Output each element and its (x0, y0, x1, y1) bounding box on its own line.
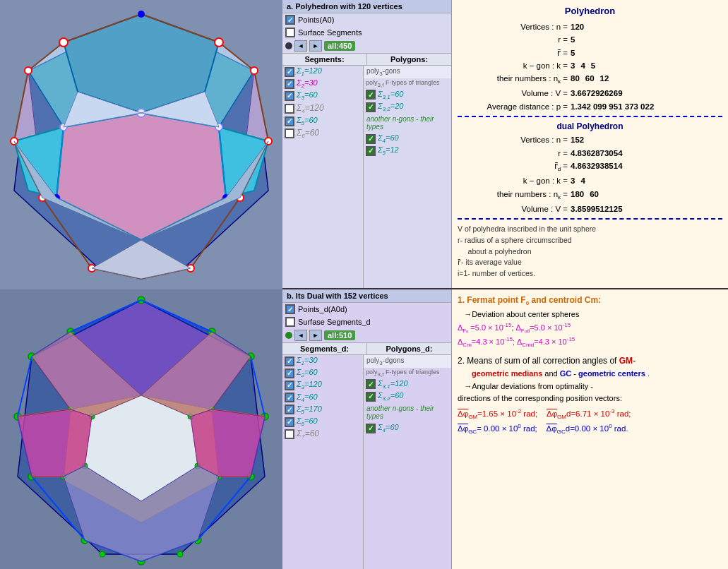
arrow-deviation: →Deviation about center spheres (458, 309, 722, 321)
nav-prev-bottom[interactable]: ◄ (294, 330, 307, 341)
bottom-seg-5-checkbox[interactable] (285, 405, 294, 414)
seg-5-label: Σ5=60 (297, 116, 318, 126)
bottom-points-checkbox[interactable] (285, 304, 295, 314)
top-control-panel: a. Polyhedron with 120 vertices Points(A… (282, 0, 452, 288)
avg-dist-value: 1.342 099 951 373 022 (571, 100, 654, 113)
bottom-surface-checkbox[interactable] (285, 317, 295, 327)
gc-centers-label: geometric centers (578, 369, 645, 378)
dashed-line-1 (458, 116, 722, 117)
points-checkbox[interactable] (285, 15, 295, 25)
seg-2-checkbox[interactable] (285, 79, 294, 89)
bottom-poly-tri-1: Σ3,1=120 (364, 378, 451, 390)
svg-point-37 (138, 11, 145, 18)
bottom-poly-tri-1-label: Σ3,1=120 (378, 379, 408, 390)
seg-6-label: Σ6=60 (297, 128, 319, 139)
nav-next[interactable]: ► (309, 40, 322, 52)
poly-tri-1: Σ3,1=60 (364, 89, 451, 101)
bottom-seg-2-checkbox[interactable] (285, 369, 294, 378)
poly-another-2-label: Σ5=12 (378, 145, 399, 156)
dual-vertices-value: 152 (571, 133, 584, 146)
poly-tri-1-checkbox[interactable] (366, 90, 376, 100)
and-text: and (544, 369, 559, 378)
dual-kgon-values: 3 4 (571, 174, 585, 187)
dual-title: dual Polyhedron (458, 120, 722, 133)
avg-dist-label: Average distance : p = (458, 100, 571, 113)
segments-header-bottom: Segments_d: (282, 343, 367, 354)
kgon-values: 3 4 5 (571, 59, 595, 72)
dual-numbers-row: their numbers : nk = 180 60 (458, 188, 722, 203)
nk-v2: 60 (585, 72, 595, 85)
kgon-label: k − gon : k = (458, 59, 571, 72)
surface-segments-checkbox[interactable] (285, 28, 295, 37)
seg-poly-header-bottom: Segments_d: Polygons_d: (282, 342, 451, 355)
bottom-seg-7-checkbox[interactable] (285, 429, 294, 439)
bottom-seg-3-checkbox[interactable] (285, 381, 294, 390)
avg-dist-row: Average distance : p = 1.342 099 951 373… (458, 100, 722, 113)
phi-gm-val: GM=1.65 × 10-2 rad; (468, 409, 537, 418)
bottom-seg-3-label: Σ3=120 (297, 380, 322, 390)
poly-label: poly3-gons (364, 66, 451, 78)
bottom-seg-4-label: Σ4=60 (297, 393, 318, 403)
seg-item-1: Σ1=120 (282, 66, 363, 78)
poly-another-1-label: Σ4=60 (378, 133, 399, 144)
points-label: Points(A0) (298, 16, 334, 24)
bottom-poly-another-1-label: Σ4=60 (378, 423, 399, 433)
seg-2-label: Σ2=30 (297, 78, 318, 89)
kgon-row: k − gon : k = 3 4 5 (458, 59, 722, 72)
bottom-polygons-column: poly3-dgons poly3,f F-types of triangles… (364, 355, 451, 569)
rbar-value: 5 (571, 47, 575, 59)
seg-1-checkbox[interactable] (285, 67, 294, 77)
bottom-seg-1: Σ1=30 (282, 355, 363, 367)
kgon-v3: 5 (591, 59, 595, 72)
bottom-seg-1-checkbox[interactable] (285, 357, 294, 366)
phi-gmd: Δφ (547, 409, 557, 418)
nav-next-bottom[interactable]: ► (309, 330, 322, 341)
seg-poly-header: Segments: Polygons: (282, 53, 451, 66)
seg-item-5: Σ5=60 (282, 115, 363, 127)
polygons-header-bottom: Polygons_d: (367, 343, 451, 354)
dual-numbers-values: 180 60 (571, 188, 599, 200)
their-numbers-values: 80 60 12 (571, 72, 609, 85)
polyhedron-title: Polyhedron (458, 4, 722, 19)
seg-4-checkbox[interactable] (285, 104, 294, 114)
volume-value: 3.6672926269 (571, 87, 623, 100)
phi-gc-val: GC= 0.00 × 100 rad; (468, 424, 537, 433)
bottom-seg-6-checkbox[interactable] (285, 417, 294, 427)
r-value: 5 (571, 33, 575, 46)
bottom-poly-tri-2-checkbox[interactable] (366, 392, 376, 402)
phi-gcd: Δφ (547, 424, 557, 433)
points-row: Points(A0) (282, 13, 451, 26)
kgon-v1: 3 (571, 59, 575, 72)
bottom-another-ngons-label: another n-gons - their types (364, 402, 451, 422)
dual-kgon-v1: 3 (571, 174, 575, 187)
info-note: V of polyhedra inscribed in the unit sph… (458, 224, 722, 280)
fermat-number: 1. (458, 295, 467, 305)
polygons-header: Polygons: (367, 54, 451, 65)
svg-point-69 (100, 551, 105, 557)
seg-6-checkbox[interactable] (285, 128, 294, 138)
seg-3-checkbox[interactable] (285, 91, 294, 101)
bottom-seg-4-checkbox[interactable] (285, 393, 294, 402)
nav-bar-bottom: ◄ ► all:510 (282, 328, 451, 342)
dual-rd-label: r̄d = (458, 160, 571, 174)
poly-another-1-checkbox[interactable] (366, 134, 376, 144)
delta-row-1: ΔF₀ =5.0 × 10-15; ΔF₀d=5.0 × 10-15 (458, 321, 722, 336)
poly-another-2-checkbox[interactable] (366, 146, 376, 156)
nav-prev[interactable]: ◄ (294, 40, 307, 52)
bottom-control-panel: b. Its Dual with 152 vertices Points_d(A… (282, 289, 452, 569)
seg-5-checkbox[interactable] (285, 116, 294, 126)
poly-tri-2-checkbox[interactable] (366, 102, 376, 112)
bottom-poly-tri-2-label: Σ3,2=60 (378, 391, 403, 402)
bottom-poly-another-1: Σ4=60 (364, 422, 451, 434)
poly-another-2: Σ5=12 (364, 145, 451, 157)
poly-tri-2-label: Σ3,2=20 (378, 102, 403, 112)
bottom-poly-another-1-checkbox[interactable] (366, 424, 376, 433)
dual-r-value: 4.8362873054 (571, 147, 623, 160)
info-panel-bottom: 1. Fermat point F0 and centroid Cm: →Dev… (452, 289, 728, 569)
seg-item-3: Σ3=60 (282, 90, 363, 102)
segments-column: Σ1=120 Σ2=30 Σ3=60 Σ4=120 (282, 66, 364, 288)
bottom-poly-tri-1-checkbox[interactable] (366, 379, 376, 389)
phi-gm-row: ΔφGM=1.65 × 10-2 rad; ΔφGMd=6.71 × 10-3 … (458, 407, 722, 422)
panel-title-top: a. Polyhedron with 120 vertices (282, 0, 451, 13)
seg-item-6: Σ6=60 (282, 127, 363, 140)
